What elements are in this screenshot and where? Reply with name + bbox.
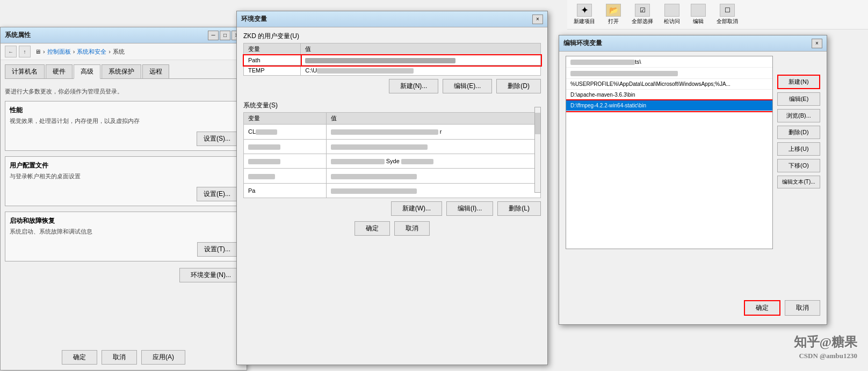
user-var-edit-btn[interactable]: 编辑(E)... [443, 79, 492, 93]
toolbar-edit[interactable]: 编辑 [689, 2, 708, 27]
edit-env-close-btn[interactable]: × [812, 39, 822, 48]
sys-var-val-1 [326, 139, 540, 154]
sys-var-name-0: CL [244, 125, 327, 139]
sys-props-cancel-btn[interactable]: 取消 [102, 350, 137, 365]
edit-env-bottom-btns: 确定 取消 [737, 296, 827, 320]
edit-env-new-btn[interactable]: 新建(N) [777, 75, 820, 89]
edit-env-dialog: 编辑环境变量 × ts\ %USERPROFILE%\AppData\Local… [559, 35, 827, 325]
sys-props-apply-btn[interactable]: 应用(A) [141, 350, 185, 365]
edit-env-title: 编辑环境变量 [563, 39, 602, 48]
path-list: ts\ %USERPROFILE%\AppData\Local\Microsof… [566, 56, 773, 249]
user-profile-settings-btn[interactable]: 设置(E)... [197, 187, 237, 201]
edit-env-move-up-btn[interactable]: 上移(U) [777, 142, 820, 156]
sys-var-row-2[interactable]: Syde [244, 154, 541, 168]
user-vars-table: 变量 值 Path TEMP C:\U [243, 43, 541, 76]
performance-section: 性能 视觉效果，处理器计划，内存使用，以及虚拟内存 设置(S)... [5, 101, 242, 151]
sys-props-content: 要进行大多数更改，你必须作为管理员登录。 性能 视觉效果，处理器计划，内存使用，… [1, 83, 247, 287]
user-var-temp-row[interactable]: TEMP C:\U [244, 66, 541, 76]
sys-var-name-2 [244, 154, 327, 168]
startup-settings-btn[interactable]: 设置(T)... [197, 242, 237, 257]
sys-var-name-3 [244, 169, 327, 183]
path-item-3[interactable]: D:\apache-maven-3.6.3\bin [566, 90, 772, 100]
path-item-4[interactable]: D:\ffmpeg-4.2.2-win64-static\bin [566, 100, 772, 111]
sys-var-delete-btn[interactable]: 删除(L) [497, 201, 541, 216]
sys-vars-scrollbar[interactable] [534, 107, 541, 193]
watermark-subtext: CSDN @ambu1230 [794, 352, 857, 360]
up-btn[interactable]: ↑ [19, 46, 31, 57]
performance-settings-btn[interactable]: 设置(S)... [197, 132, 237, 146]
sys-var-row-4[interactable]: Pa [244, 183, 541, 198]
edit-env-titlebar: 编辑环境变量 × [559, 35, 827, 52]
user-var-path-row[interactable]: Path [244, 55, 541, 66]
sys-var-name-1 [244, 139, 327, 154]
sys-vars-table: 变量 值 CL r Syde Pa [243, 112, 541, 198]
user-profile-section: 用户配置文件 与登录帐户相关的桌面设置 设置(E)... [5, 156, 242, 206]
tab-computer-name[interactable]: 计算机名 [5, 64, 45, 78]
edit-env-edit-btn[interactable]: 编辑(E) [777, 92, 820, 106]
breadcrumb-text: › [43, 48, 45, 55]
startup-section: 启动和故障恢复 系统启动、系统故障和调试信息 设置(T)... [5, 212, 242, 261]
sys-var-row-0[interactable]: CL r [244, 125, 541, 139]
edit-env-cancel-btn[interactable]: 取消 [785, 300, 820, 316]
user-vars-label: ZKD 的用户变量(U) [237, 27, 547, 43]
sys-vars-label: 系统变量(S) [237, 97, 547, 112]
sys-var-new-btn[interactable]: 新建(W)... [391, 201, 442, 216]
breadcrumb-system: 系统 [113, 48, 125, 56]
scrollbar-thumb [535, 113, 540, 134]
toolbar-access[interactable]: 松访问 [662, 2, 682, 27]
tab-system-protection[interactable]: 系统保护 [102, 64, 141, 78]
breadcrumb: ← ↑ 🖥 › 控制面板 › 系统和安全 › 系统 [1, 43, 247, 60]
maximize-btn[interactable]: □ [220, 31, 230, 40]
sys-var-edit-btn[interactable]: 编辑(I)... [446, 201, 493, 216]
edit-env-move-down-btn[interactable]: 下移(O) [777, 159, 820, 172]
performance-desc: 视觉效果，处理器计划，内存使用，以及虚拟内存 [10, 117, 237, 125]
path-item-2[interactable]: %USERPROFILE%\AppData\Local\Microsoft\Wi… [566, 79, 772, 90]
sys-props-titlebar: 系统属性 ─ □ ✕ [1, 27, 247, 43]
user-var-temp-name: TEMP [244, 66, 301, 76]
sys-var-row-3[interactable] [244, 169, 541, 183]
user-vars-col-val: 值 [301, 43, 541, 55]
env-dialog-cancel-btn[interactable]: 取消 [394, 221, 430, 236]
breadcrumb-security: 系统和安全 [77, 48, 106, 56]
startup-title: 启动和故障恢复 [10, 216, 237, 225]
env-dialog: 环境变量 × ZKD 的用户变量(U) 变量 值 Path TEMP C:\U [236, 11, 548, 365]
toolbar-open[interactable]: 📂 打开 [604, 2, 623, 27]
user-profile-desc: 与登录帐户相关的桌面设置 [10, 172, 237, 180]
toolbar-deselect-all[interactable]: ☐ 全部取消 [714, 2, 740, 27]
sys-var-row-1[interactable] [244, 139, 541, 154]
env-variables-btn[interactable]: 环境变量(N)... [179, 268, 242, 282]
tab-remote[interactable]: 远程 [142, 64, 169, 78]
performance-title: 性能 [10, 106, 237, 115]
edit-env-ok-btn[interactable]: 确定 [744, 300, 780, 316]
user-profile-title: 用户配置文件 [10, 161, 237, 170]
path-item-1[interactable] [566, 68, 772, 79]
env-dialog-ok-btn[interactable]: 确定 [355, 221, 390, 236]
sys-props-title: 系统属性 [5, 31, 31, 40]
user-var-new-btn[interactable]: 新建(N)... [389, 79, 439, 93]
env-dialog-title: 环境变量 [241, 14, 267, 24]
sys-var-val-4 [326, 183, 540, 198]
tab-hardware[interactable]: 硬件 [46, 64, 73, 78]
toolbar-select-all[interactable]: ☑ 全部选择 [630, 2, 655, 27]
edit-env-edit-text-btn[interactable]: 编辑文本(T)... [777, 176, 820, 188]
sys-var-val-3 [326, 169, 540, 183]
sys-props-ok-btn[interactable]: 确定 [62, 350, 97, 365]
edit-env-browse-btn[interactable]: 浏览(B)... [777, 109, 820, 122]
edit-env-content: ts\ %USERPROFILE%\AppData\Local\Microsof… [559, 56, 827, 303]
tabs-row: 计算机名 硬件 高级 系统保护 远程 [5, 64, 242, 79]
user-var-path-value [301, 55, 541, 66]
tab-advanced[interactable]: 高级 [74, 64, 100, 79]
edit-env-delete-btn[interactable]: 删除(D) [777, 126, 820, 139]
env-dialog-close-btn[interactable]: × [532, 14, 543, 24]
env-dialog-bottom-btns: 确定 取消 [237, 219, 547, 239]
toolbar-new-item[interactable]: ✦ 新建项目 [572, 2, 597, 27]
back-btn[interactable]: ← [5, 46, 17, 57]
env-dialog-titlebar: 环境变量 × [237, 11, 547, 27]
user-var-delete-btn[interactable]: 删除(D) [496, 79, 541, 93]
path-item-0[interactable]: ts\ [566, 56, 772, 68]
sys-var-btns: 新建(W)... 编辑(I)... 删除(L) [237, 198, 547, 219]
breadcrumb-cp: 控制面板 [47, 48, 71, 56]
minimize-btn[interactable]: ─ [208, 31, 219, 40]
watermark: 知乎@糖果 CSDN @ambu1230 [794, 333, 857, 360]
user-var-temp-value: C:\U [301, 66, 541, 76]
